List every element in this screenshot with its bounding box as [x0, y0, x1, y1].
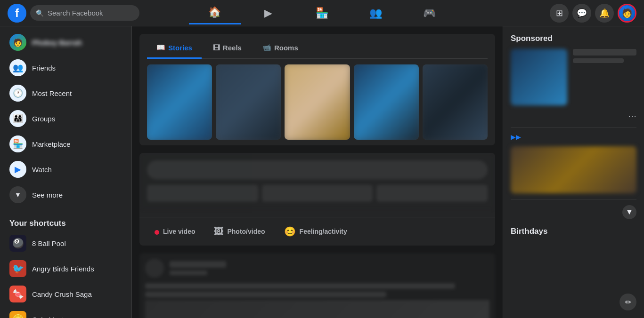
story-card-3[interactable] — [285, 64, 350, 140]
sidebar-item-see-more-label: See more — [32, 191, 63, 199]
story-card-1[interactable] — [147, 64, 212, 140]
8ball-icon: 🎱 — [9, 235, 26, 252]
feed-card-1-content — [139, 283, 495, 318]
live-dot — [155, 230, 159, 235]
home-icon: 🏠 — [208, 6, 221, 18]
reels-tab-icon: 🎞 — [213, 44, 220, 52]
news-feed: 📖 Stories 🎞 Reels 📹 Rooms — [132, 26, 503, 318]
stories-tabs-row: 📖 Stories 🎞 Reels 📹 Rooms — [147, 38, 488, 59]
see-all-sponsored-button[interactable]: ▶▶ — [511, 133, 636, 141]
gaming-icon: 🎮 — [423, 7, 436, 19]
ad-1-desc — [573, 58, 624, 63]
feed-card-1-avatar — [145, 259, 164, 278]
nav-gaming[interactable]: 🎮 — [404, 2, 456, 24]
feed-card-1-image — [145, 300, 489, 318]
sponsored-ad-2[interactable] — [511, 146, 636, 193]
post-input-row — [147, 160, 488, 179]
search-icon: 🔍 — [36, 9, 44, 17]
sidebar-item-groups[interactable]: 👨‍👩‍👧 Groups — [4, 106, 128, 131]
story-card-2[interactable] — [216, 64, 281, 140]
live-video-icon — [155, 226, 159, 237]
stories-tab-label: Stories — [168, 44, 192, 52]
marketplace-sidebar-icon: 🏪 — [9, 135, 26, 152]
see-more-icon: ▼ — [9, 186, 26, 203]
scroll-down-button[interactable]: ▼ — [622, 205, 636, 219]
tab-rooms[interactable]: 📹 Rooms — [253, 38, 308, 59]
feed-card-1[interactable] — [139, 253, 495, 318]
feed-card-1-name — [170, 261, 226, 268]
sidebar: 🧑 Phokey Barrah 👥 Friends 🕐 Most Recent … — [0, 26, 132, 318]
tab-stories[interactable]: 📖 Stories — [147, 38, 202, 59]
nav-marketplace[interactable]: 🏪 — [296, 2, 348, 24]
sidebar-item-candy-crush[interactable]: 🍬 Candy Crush Saga — [4, 282, 128, 306]
sidebar-item-most-recent[interactable]: 🕐 Most Recent — [4, 81, 128, 105]
grid-button[interactable]: ⊞ — [550, 4, 569, 23]
sidebar-item-friends[interactable]: 👥 Friends — [4, 56, 128, 80]
grid-icon: ⊞ — [556, 8, 563, 18]
sidebar-user-name: Phokey Barrah — [32, 39, 82, 47]
post-action-buttons — [147, 185, 488, 202]
post-action-1 — [147, 185, 258, 202]
photo-video-button[interactable]: 🖼 Photo/video — [206, 223, 272, 241]
groups-icon: 👥 — [369, 7, 382, 19]
sidebar-item-see-more[interactable]: ▼ See more — [4, 183, 128, 207]
sidebar-item-marketplace[interactable]: 🏪 Marketplace — [4, 132, 128, 156]
bell-icon: 🔔 — [599, 8, 610, 18]
reels-tab-label: Reels — [223, 44, 242, 52]
messenger-button[interactable]: 💬 — [572, 4, 591, 23]
sidebar-item-candy-crush-label: Candy Crush Saga — [32, 290, 92, 298]
candy-crush-icon: 🍬 — [9, 286, 26, 302]
create-post-content — [139, 153, 495, 209]
feed-card-1-meta — [170, 261, 489, 275]
story-blur-3 — [285, 64, 350, 140]
sidebar-item-coin-master[interactable]: 🪙 Coin Master — [4, 307, 128, 318]
sidebar-item-angry-birds[interactable]: 🐦 Angry Birds Friends — [4, 256, 128, 281]
right-panel-controls: ⋯ — [511, 111, 636, 121]
photo-video-icon: 🖼 — [214, 226, 223, 237]
search-bar[interactable]: 🔍 Search Facebook — [30, 5, 139, 21]
facebook-logo[interactable]: f — [8, 4, 26, 23]
story-card-4[interactable] — [354, 64, 419, 140]
stories-tab-icon: 📖 — [156, 43, 165, 52]
rooms-tab-label: Rooms — [274, 44, 298, 52]
sponsored-title: Sponsored — [511, 34, 636, 43]
notifications-button[interactable]: 🔔 — [595, 4, 614, 23]
ad-1-info — [573, 49, 636, 105]
profile-avatar-button[interactable]: 🧑 — [618, 4, 636, 23]
nav-watch[interactable]: ▶ — [243, 2, 294, 24]
sidebar-user-profile[interactable]: 🧑 Phokey Barrah — [4, 30, 128, 55]
right-panel-dots-menu[interactable]: ⋯ — [628, 111, 636, 121]
story-card-5[interactable] — [423, 64, 488, 140]
angry-birds-icon: 🐦 — [9, 260, 26, 277]
right-panel-scroll-area: ▼ — [511, 205, 636, 219]
feed-card-1-time — [170, 270, 207, 275]
tab-reels[interactable]: 🎞 Reels — [204, 38, 251, 59]
nav-groups[interactable]: 👥 — [350, 2, 402, 24]
story-blur-1 — [147, 64, 212, 140]
photo-video-label: Photo/video — [227, 228, 265, 235]
sidebar-item-watch[interactable]: ▶ Watch — [4, 157, 128, 182]
create-post-card: Live video 🖼 Photo/video 😊 Feeling/activ… — [139, 153, 495, 246]
header: f 🔍 Search Facebook 🏠 ▶ 🏪 👥 🎮 ⊞ 💬 � — [0, 0, 644, 26]
ad-2-image — [511, 146, 636, 193]
header-nav: 🏠 ▶ 🏪 👥 🎮 — [139, 2, 505, 24]
sidebar-item-coin-master-label: Coin Master — [32, 316, 70, 318]
right-divider-1 — [511, 127, 636, 127]
sidebar-item-watch-label: Watch — [32, 166, 52, 174]
avatar-image: 🧑 — [619, 5, 635, 21]
floating-edit-button[interactable]: ✏ — [620, 294, 636, 310]
shortcuts-section-title: Your shortcuts — [4, 215, 128, 230]
live-video-button[interactable]: Live video — [147, 223, 203, 241]
post-action-2 — [262, 185, 373, 202]
most-recent-icon: 🕐 — [9, 85, 26, 102]
ad-1-image — [511, 49, 567, 105]
sidebar-item-8ball[interactable]: 🎱 8 Ball Pool — [4, 231, 128, 255]
sponsored-ad-1[interactable] — [511, 49, 636, 105]
story-blur-4 — [354, 64, 419, 140]
nav-home[interactable]: 🏠 — [189, 2, 241, 24]
sidebar-item-marketplace-label: Marketplace — [32, 140, 71, 148]
feed-card-1-header — [139, 253, 495, 283]
feeling-button[interactable]: 😊 Feeling/activity — [277, 222, 355, 241]
edit-icon: ✏ — [625, 298, 631, 307]
ad-1-name — [573, 49, 636, 56]
